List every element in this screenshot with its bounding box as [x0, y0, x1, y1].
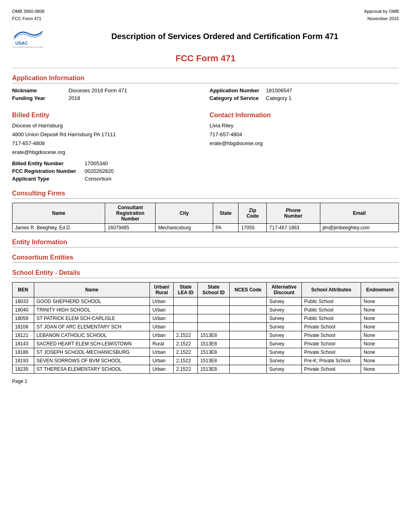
se-school-id: 1513E8	[198, 339, 230, 348]
se-urban-rural: Rural	[150, 339, 174, 348]
col-city: City	[156, 203, 213, 223]
nickname-value: Dioceses 2018 Form 471	[68, 87, 127, 94]
se-endowment: None	[361, 297, 399, 305]
col-email: Email	[320, 203, 399, 223]
se-lea-id: 2.1522	[174, 356, 198, 365]
se-urban-rural: Urban	[150, 365, 174, 373]
se-nces	[230, 297, 267, 305]
billed-contact-section: Billed Entity Diocese of Harrisburg 4800…	[12, 105, 399, 183]
contact-email: erate@hbgdiocese.org	[210, 139, 399, 148]
category-value: Category 1	[266, 95, 292, 101]
col-nces: NCES Code	[230, 282, 267, 297]
school-entity-row: 18143 SACRED HEART ELEM SCH-LEWISTOWN Ru…	[12, 339, 399, 348]
entity-information-title: Entity Information	[12, 239, 399, 247]
se-school-id: 1513E8	[198, 331, 230, 339]
billed-entity-phone: 717-657-4808	[12, 139, 201, 148]
se-endowment: None	[361, 356, 399, 365]
category-label: Category of Service	[210, 95, 262, 101]
header-main: USAC Universal Service Administrative Co…	[12, 25, 399, 48]
se-attributes: Public School	[301, 305, 361, 314]
se-lea-id	[174, 305, 198, 314]
se-school-id	[198, 297, 230, 305]
se-ben: 18143	[12, 339, 34, 348]
col-zip: ZipCode	[239, 203, 267, 223]
billed-entity-number-label: Billed Entity Number	[12, 160, 85, 166]
se-name: GOOD SHEPHERD SCHOOL	[34, 297, 150, 305]
date-text: November 2015	[364, 15, 399, 23]
fcc-reg-value: 0020262820	[85, 168, 114, 174]
school-entity-row: 18033 GOOD SHEPHERD SCHOOL Urban Survey …	[12, 297, 399, 305]
nickname-item: Nickname Dioceses 2018 Form 471	[12, 87, 201, 94]
se-ben: 18186	[12, 348, 34, 356]
cf-state: PA	[213, 223, 239, 232]
funding-year-label: Funding Year	[12, 95, 64, 101]
se-nces	[230, 348, 267, 356]
se-alt-discount: Survey	[267, 339, 302, 348]
se-ben: 18193	[12, 356, 34, 365]
col-school-id: StateSchool ID	[198, 282, 230, 297]
contact-name: Livia Riley	[210, 121, 399, 130]
fcc-reg-label: FCC Registration Number	[12, 168, 85, 174]
se-school-id	[198, 314, 230, 322]
contact-phone: 717-657-4804	[210, 130, 399, 139]
se-alt-discount: Survey	[267, 331, 302, 339]
se-attributes: Public School	[301, 314, 361, 322]
school-entity-row: 18059 ST PATRICK ELEM SCH-CARLISLE Urban…	[12, 314, 399, 322]
cf-city: Mechanicsburg	[156, 223, 213, 232]
header-top: OMB 3060-0806 FCC Form 471 Approval by O…	[12, 8, 399, 22]
se-alt-discount: Survey	[267, 365, 302, 373]
billed-entity-street: 4800 Union Deposit Rd Harrisburg PA 1711…	[12, 130, 201, 139]
se-alt-discount: Survey	[267, 356, 302, 365]
se-name: TRINITY HIGH SCHOOL	[34, 305, 150, 314]
se-endowment: None	[361, 365, 399, 373]
col-lea-id: StateLEA ID	[174, 282, 198, 297]
consulting-firms-title: Consulting Firms	[12, 190, 399, 199]
category-item: Category of Service Category 1	[210, 95, 399, 101]
se-alt-discount: Survey	[267, 322, 302, 331]
se-attributes: Private School	[301, 365, 361, 373]
cf-zip: 17055	[239, 223, 267, 232]
contact-info-col: Contact Information Livia Riley 717-657-…	[210, 105, 399, 183]
se-endowment: None	[361, 348, 399, 356]
applicant-type-value: Consortium	[85, 176, 111, 182]
se-attributes: Private School	[301, 348, 361, 356]
se-urban-rural: Urban	[150, 348, 174, 356]
se-lea-id	[174, 322, 198, 331]
se-name: ST PATRICK ELEM SCH-CARLISLE	[34, 314, 150, 322]
se-school-id	[198, 322, 230, 331]
se-school-id	[198, 305, 230, 314]
funding-year-value: 2018	[68, 95, 80, 101]
se-nces	[230, 339, 267, 348]
se-school-id: 1513E8	[198, 365, 230, 373]
se-attributes: Private School	[301, 322, 361, 331]
nickname-label: Nickname	[12, 87, 64, 94]
col-school-name: Name	[34, 282, 150, 297]
billed-entity-title: Billed Entity	[12, 112, 201, 119]
billed-entity-name: Diocese of Harrisburg	[12, 121, 201, 130]
main-title: Description of Services Ordered and Cert…	[51, 32, 399, 41]
col-consultant-reg: ConsultantRegistrationNumber	[105, 203, 156, 223]
se-name: SEVEN SORROWS OF BVM SCHOOL	[34, 356, 150, 365]
page-number: Page 1	[12, 378, 399, 384]
se-name: LEBANON CATHOLIC SCHOOL	[34, 331, 150, 339]
se-name: ST THERESA ELEMENTARY SCHOOL	[34, 365, 150, 373]
school-entity-table: BEN Name Urban/Rural StateLEA ID StateSc…	[12, 282, 399, 374]
funding-year-item: Funding Year 2018	[12, 95, 201, 101]
omb-number: OMB 3060-0806	[12, 8, 45, 15]
se-lea-id: 2.1522	[174, 339, 198, 348]
se-name: SACRED HEART ELEM SCH-LEWISTOWN	[34, 339, 150, 348]
cf-name: James R. Beeghley, Ed.D.	[12, 223, 105, 232]
col-state: State	[213, 203, 239, 223]
billed-entity-email: erate@hbgdiocese.org	[12, 148, 201, 157]
se-ben: 18059	[12, 314, 34, 322]
billed-entity-number-row: Billed Entity Number 17005340	[12, 160, 201, 166]
se-alt-discount: Survey	[267, 297, 302, 305]
school-entity-details-title: School Entity - Details	[12, 269, 399, 278]
col-urban-rural: Urban/Rural	[150, 282, 174, 297]
svg-text:Universal Service Administrati: Universal Service Administrative Company	[13, 46, 43, 48]
col-endowment: Endowment	[361, 282, 399, 297]
se-lea-id	[174, 314, 198, 322]
contact-info-title: Contact Information	[210, 112, 399, 119]
applicant-type-label: Applicant Type	[12, 176, 85, 182]
se-endowment: None	[361, 314, 399, 322]
